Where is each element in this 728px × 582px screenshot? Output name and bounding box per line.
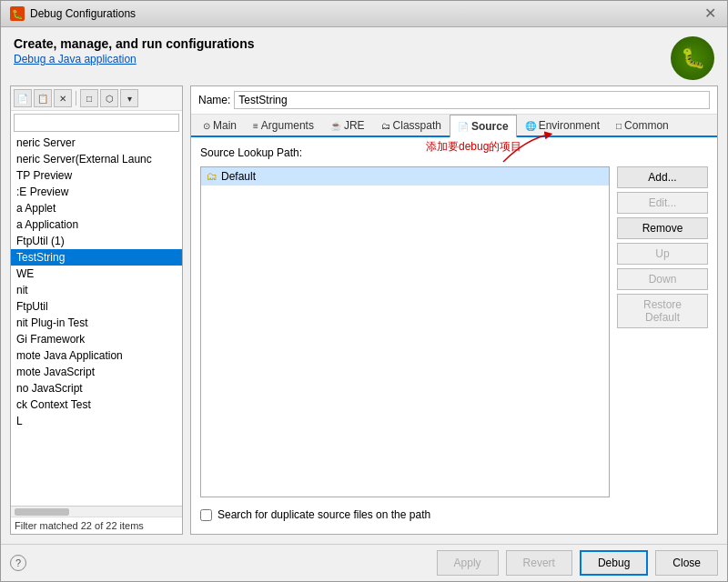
list-item[interactable]: L [11, 413, 182, 429]
tab-arguments-label: Arguments [261, 119, 314, 132]
tab-source[interactable]: 📄 Source [450, 115, 517, 137]
left-panel: 📄 📋 ✕ □ ⬡ ▾ neric Server neric Server(Ex… [10, 85, 183, 535]
right-panel: Name: ⊙ Main ≡ Arguments ☕ JRE 🗂 [190, 85, 718, 535]
sort-button[interactable]: ⬡ [100, 89, 118, 107]
tab-common[interactable]: □ Common [608, 115, 677, 135]
tab-environment-label: Environment [539, 119, 600, 132]
tab-arguments[interactable]: ≡ Arguments [245, 115, 322, 135]
list-item[interactable]: WE [11, 266, 182, 282]
horizontal-scrollbar[interactable] [11, 506, 182, 517]
list-item[interactable]: no JavaScript [11, 380, 182, 396]
name-row: Name: [191, 86, 717, 115]
action-buttons: Apply Revert Debug Close [437, 550, 718, 576]
left-toolbar: 📄 📋 ✕ □ ⬡ ▾ [11, 86, 182, 111]
main-content: 📄 📋 ✕ □ ⬡ ▾ neric Server neric Server(Ex… [1, 85, 727, 544]
list-item[interactable]: mote Java Application [11, 347, 182, 364]
classpath-tab-icon: 🗂 [381, 121, 390, 131]
header-subtitle[interactable]: Debug a Java application [14, 53, 255, 65]
list-item[interactable]: Gi Framework [11, 331, 182, 347]
debug-button[interactable]: Debug [580, 550, 648, 576]
add-button[interactable]: Add... [617, 166, 708, 188]
toolbar-separator [76, 91, 76, 105]
main-tab-icon: ⊙ [203, 121, 210, 131]
name-label: Name: [198, 94, 230, 106]
source-list-item-default[interactable]: 🗂 Default [201, 167, 609, 186]
list-item[interactable]: FtpUtil (1) [11, 233, 182, 249]
config-list: neric Server neric Server(External Launc… [11, 135, 182, 506]
source-tab-icon: 📄 [458, 122, 469, 132]
source-item-label: Default [221, 170, 256, 183]
revert-button[interactable]: Revert [506, 550, 572, 576]
tab-source-label: Source [471, 120, 509, 133]
jre-tab-icon: ☕ [330, 121, 341, 131]
folder-icon: 🗂 [207, 170, 217, 183]
tab-main[interactable]: ⊙ Main [195, 115, 245, 135]
environment-tab-icon: 🌐 [525, 121, 536, 131]
list-item-selected[interactable]: TestString [11, 249, 182, 266]
edit-button[interactable]: Edit... [617, 192, 708, 214]
close-dialog-button[interactable]: Close [655, 550, 718, 576]
search-box [14, 114, 179, 132]
list-item[interactable]: nit [11, 282, 182, 298]
source-lookup-label: Source Lookup Path: [200, 146, 708, 159]
list-item[interactable]: :E Preview [11, 184, 182, 200]
list-item[interactable]: mote JavaScript [11, 364, 182, 380]
source-buttons: Add... Edit... Remove Up Down Restore De… [617, 166, 708, 328]
help-button[interactable]: ? [10, 555, 26, 571]
source-main: 🗂 Default 添加要debug的项目 [200, 166, 708, 497]
debug-configurations-dialog: 🐛 Debug Configurations ✕ Create, manage,… [0, 0, 728, 582]
search-input[interactable] [15, 115, 178, 131]
filter-status: Filter matched 22 of 22 items [11, 517, 182, 534]
up-button[interactable]: Up [617, 243, 708, 265]
more-button[interactable]: ▾ [120, 89, 138, 107]
list-item[interactable]: a Application [11, 216, 182, 233]
tab-environment[interactable]: 🌐 Environment [517, 115, 608, 135]
bottom-bar: ? Apply Revert Debug Close [1, 544, 727, 581]
duplicate-files-label: Search for duplicate source files on the… [217, 508, 430, 521]
list-item[interactable]: neric Server(External Launc [11, 151, 182, 167]
duplicate-files-checkbox[interactable] [200, 509, 212, 521]
delete-button[interactable]: ✕ [54, 89, 72, 107]
header-title: Create, manage, and run configurations [14, 36, 255, 51]
tab-common-label: Common [624, 119, 669, 132]
list-item[interactable]: a Applet [11, 200, 182, 216]
duplicate-button[interactable]: 📋 [34, 89, 52, 107]
name-input[interactable] [234, 91, 710, 109]
header-section: Create, manage, and run configurations D… [1, 27, 727, 85]
list-item[interactable]: neric Server [11, 135, 182, 151]
arguments-tab-icon: ≡ [253, 121, 258, 131]
remove-button[interactable]: Remove [617, 217, 708, 239]
checkbox-row: Search for duplicate source files on the… [200, 505, 708, 525]
new-config-button[interactable]: 📄 [14, 89, 32, 107]
down-button[interactable]: Down [617, 268, 708, 290]
title-bar-left: 🐛 Debug Configurations [10, 6, 136, 21]
common-tab-icon: □ [616, 121, 622, 131]
tab-main-label: Main [213, 119, 237, 132]
close-button[interactable]: ✕ [703, 6, 718, 21]
title-bar: 🐛 Debug Configurations ✕ [1, 1, 727, 27]
tabs-row: ⊙ Main ≡ Arguments ☕ JRE 🗂 Classpath 📄 [191, 115, 717, 137]
tab-jre-label: JRE [344, 119, 365, 132]
tab-classpath[interactable]: 🗂 Classpath [373, 115, 450, 135]
apply-button[interactable]: Apply [437, 550, 499, 576]
restore-default-button[interactable]: Restore Default [617, 294, 708, 328]
list-item[interactable]: ck Context Test [11, 396, 182, 413]
list-item[interactable]: nit Plug-in Test [11, 315, 182, 331]
filter-button[interactable]: □ [80, 89, 98, 107]
source-tab-content: Source Lookup Path: 🗂 Default 添加要debug的项… [191, 137, 717, 534]
bug-icon: 🐛 [671, 36, 714, 80]
source-list: 🗂 Default [200, 166, 610, 497]
tab-classpath-label: Classpath [393, 119, 441, 132]
dialog-title: Debug Configurations [30, 7, 136, 20]
dialog-icon: 🐛 [10, 6, 25, 21]
list-item[interactable]: TP Preview [11, 167, 182, 184]
tab-jre[interactable]: ☕ JRE [322, 115, 373, 135]
list-item[interactable]: FtpUtil [11, 298, 182, 315]
